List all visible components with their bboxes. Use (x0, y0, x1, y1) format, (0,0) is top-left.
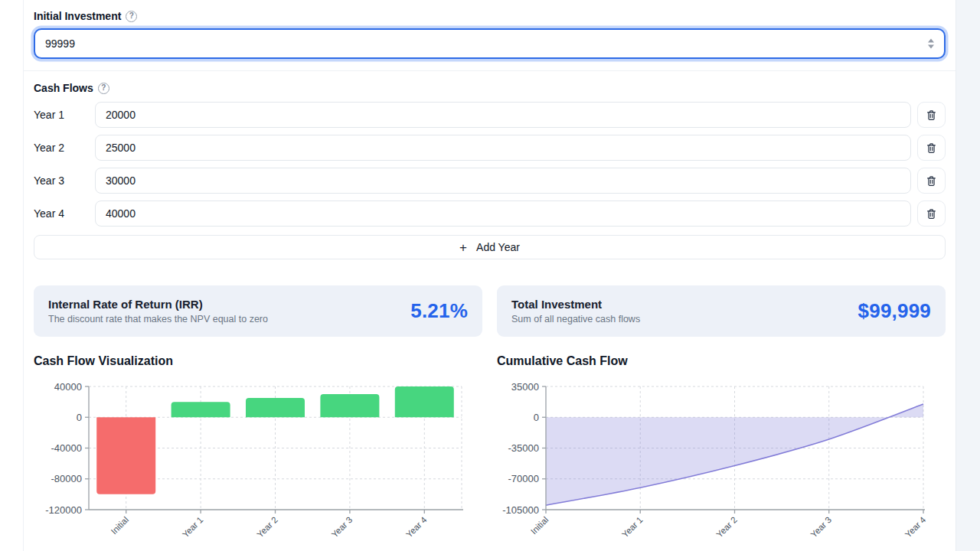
calculator-panel: Initial Investment ? Cash Flows ? Year 1 (23, 0, 956, 551)
cashflow-amount-input[interactable] (95, 135, 911, 161)
cashflow-row: Year 3 (34, 168, 946, 194)
plus-icon: + (459, 241, 467, 254)
svg-text:Year 2: Year 2 (255, 515, 279, 540)
irr-subtitle: The discount rate that makes the NPV equ… (48, 314, 268, 324)
help-icon[interactable]: ? (126, 11, 137, 22)
cumulative-chart-title: Cumulative Cash Flow (497, 354, 946, 368)
svg-text:Year 3: Year 3 (330, 515, 354, 540)
stepper-down-icon[interactable] (928, 45, 934, 49)
help-icon[interactable]: ? (98, 83, 109, 94)
svg-text:-40000: -40000 (51, 442, 82, 454)
cashflow-row: Year 2 (34, 135, 946, 161)
charts-section: Cash Flow Visualization 400000-40000-800… (34, 354, 946, 550)
add-year-button[interactable]: + Add Year (34, 235, 946, 259)
cashflow-rows: Year 1 Year 2 Year 3 (34, 102, 946, 227)
delete-year-button[interactable] (917, 135, 946, 161)
cashflow-amount-input[interactable] (95, 102, 911, 128)
svg-text:35000: 35000 (511, 381, 539, 393)
initial-investment-input[interactable] (34, 28, 946, 59)
cashflow-amount-input[interactable] (95, 168, 911, 194)
svg-text:Year 1: Year 1 (620, 515, 645, 540)
stepper-up-icon[interactable] (928, 39, 934, 43)
svg-text:Year 4: Year 4 (404, 515, 429, 540)
cashflow-year-label: Year 3 (34, 174, 95, 187)
cashflow-year-label: Year 1 (34, 109, 95, 121)
irr-text-block: Internal Rate of Return (IRR) The discou… (48, 298, 268, 324)
total-investment-subtitle: Sum of all negative cash flows (511, 314, 640, 324)
initial-investment-label: Initial Investment (34, 10, 121, 22)
cashflow-year-label: Year 4 (34, 207, 95, 220)
svg-text:Initial: Initial (529, 515, 550, 536)
cashflow-chart-block: Cash Flow Visualization 400000-40000-800… (34, 354, 482, 550)
svg-text:0: 0 (77, 412, 82, 423)
irr-result-card: Internal Rate of Return (IRR) The discou… (34, 285, 482, 337)
delete-year-button[interactable] (917, 168, 946, 194)
add-year-label: Add Year (476, 241, 520, 253)
cashflow-chart-title: Cash Flow Visualization (34, 354, 482, 368)
cashflow-section: Cash Flows ? Year 1 Year 2 (34, 82, 946, 259)
cashflows-label: Cash Flows (34, 82, 93, 94)
trash-icon (926, 109, 937, 121)
number-stepper[interactable] (928, 39, 934, 49)
svg-text:-105000: -105000 (502, 504, 539, 516)
cumulative-chart-block: Cumulative Cash Flow 350000-35000-70000-… (497, 354, 946, 550)
svg-text:-70000: -70000 (508, 473, 539, 484)
results-section: Internal Rate of Return (IRR) The discou… (34, 285, 946, 337)
initial-investment-input-wrap (34, 28, 946, 59)
total-investment-value: $99,999 (858, 299, 931, 323)
page-background-gutter (956, 0, 980, 551)
initial-investment-section: Initial Investment ? (34, 10, 946, 59)
svg-text:40000: 40000 (54, 381, 82, 393)
total-investment-card: Total Investment Sum of all negative cas… (497, 285, 946, 337)
delete-year-button[interactable] (917, 102, 946, 128)
cashflow-row: Year 4 (34, 201, 946, 227)
trash-icon (926, 175, 937, 187)
cashflow-bar-chart: 400000-40000-80000-120000InitialYear 1Ye… (34, 377, 482, 550)
initial-investment-label-row: Initial Investment ? (34, 10, 946, 22)
svg-text:Initial: Initial (109, 515, 130, 536)
delete-year-button[interactable] (917, 201, 946, 227)
irr-value: 5.21% (410, 299, 468, 323)
svg-text:Year 3: Year 3 (809, 515, 834, 540)
svg-text:-35000: -35000 (508, 442, 539, 454)
cashflow-year-label: Year 2 (34, 142, 95, 154)
section-divider (24, 70, 956, 71)
cashflows-label-row: Cash Flows ? (34, 82, 946, 94)
total-investment-title: Total Investment (511, 298, 640, 311)
svg-text:-120000: -120000 (45, 504, 82, 516)
svg-text:-80000: -80000 (51, 473, 82, 484)
trash-icon (926, 142, 937, 154)
svg-text:Year 1: Year 1 (181, 515, 205, 540)
svg-text:0: 0 (534, 412, 539, 423)
total-investment-text-block: Total Investment Sum of all negative cas… (511, 298, 640, 324)
svg-text:Year 4: Year 4 (903, 515, 928, 540)
cashflow-row: Year 1 (34, 102, 946, 128)
trash-icon (926, 208, 937, 220)
cumulative-area-chart: 350000-35000-70000-105000InitialYear 1Ye… (497, 377, 946, 550)
cashflow-amount-input[interactable] (95, 201, 911, 227)
svg-text:Year 2: Year 2 (714, 515, 739, 540)
irr-title: Internal Rate of Return (IRR) (48, 298, 268, 311)
